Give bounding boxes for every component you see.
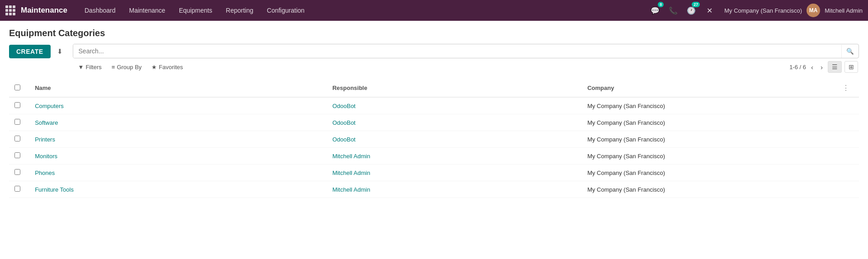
- col-header-responsible[interactable]: Responsible: [327, 79, 582, 97]
- app-switcher-icon[interactable]: [5, 5, 15, 15]
- row-checkbox-cell[interactable]: [9, 148, 29, 165]
- page-title: Equipment Categories: [9, 28, 859, 38]
- row-name[interactable]: Phones: [29, 165, 327, 181]
- name-link[interactable]: Furniture Tools: [35, 186, 74, 193]
- row-checkbox-cell[interactable]: [9, 165, 29, 181]
- col-header-name[interactable]: Name: [29, 79, 327, 97]
- row-name[interactable]: Furniture Tools: [29, 181, 327, 198]
- table-row: Furniture Tools Mitchell Admin My Compan…: [9, 181, 859, 198]
- filter-icon: ▼: [78, 64, 84, 71]
- row-more-cell: [837, 148, 859, 165]
- table-row: Computers OdooBot My Company (San Franci…: [9, 97, 859, 114]
- username: Mitchell Admin: [825, 7, 863, 14]
- chat-icon-btn[interactable]: 💬 8: [648, 4, 662, 17]
- row-company: My Company (San Francisco): [582, 148, 837, 165]
- table-row: Phones Mitchell Admin My Company (San Fr…: [9, 165, 859, 181]
- download-button[interactable]: ⬇: [54, 46, 66, 57]
- row-more-cell: [837, 165, 859, 181]
- row-checkbox[interactable]: [14, 152, 20, 158]
- row-checkbox-cell[interactable]: [9, 97, 29, 114]
- col-header-more[interactable]: ⋮: [837, 79, 859, 97]
- row-name[interactable]: Software: [29, 114, 327, 131]
- name-link[interactable]: Printers: [35, 136, 55, 143]
- star-icon: ★: [151, 64, 157, 71]
- brand-title: Maintenance: [21, 6, 67, 15]
- row-name[interactable]: Printers: [29, 131, 327, 148]
- row-checkbox[interactable]: [14, 119, 20, 125]
- groupby-icon: ≡: [112, 64, 115, 71]
- responsible-link[interactable]: Mitchell Admin: [332, 186, 370, 193]
- row-checkbox-cell[interactable]: [9, 131, 29, 148]
- select-all-checkbox[interactable]: [14, 85, 20, 90]
- row-responsible[interactable]: OdooBot: [327, 131, 582, 148]
- name-link[interactable]: Software: [35, 119, 58, 126]
- filters-toolbar: ▼ Filters ≡ Group By ★ Favorites 1-6 / 6…: [73, 58, 859, 75]
- clock-icon-btn[interactable]: 🕐 27: [684, 4, 698, 17]
- filter-buttons-group: ▼ Filters ≡ Group By ★ Favorites: [74, 62, 188, 72]
- row-more-cell: [837, 181, 859, 198]
- nav-reporting[interactable]: Reporting: [220, 4, 260, 17]
- avatar[interactable]: MA: [807, 4, 820, 17]
- row-company: My Company (San Francisco): [582, 97, 837, 114]
- select-all-header[interactable]: [9, 79, 29, 97]
- responsible-link[interactable]: OdooBot: [332, 136, 355, 143]
- group-by-button[interactable]: ≡ Group By: [107, 62, 146, 72]
- row-checkbox[interactable]: [14, 136, 20, 141]
- responsible-link[interactable]: Mitchell Admin: [332, 170, 370, 176]
- name-link[interactable]: Monitors: [35, 153, 57, 160]
- row-checkbox-cell[interactable]: [9, 181, 29, 198]
- filters-label: Filters: [85, 64, 101, 71]
- equipment-categories-table: Name Responsible Company ⋮ Computers Odo…: [9, 79, 859, 198]
- pagination-info: 1-6 / 6: [789, 64, 806, 71]
- list-view-button[interactable]: ☰: [828, 61, 842, 73]
- name-link[interactable]: Phones: [35, 170, 55, 176]
- row-name[interactable]: Monitors: [29, 148, 327, 165]
- row-responsible[interactable]: OdooBot: [327, 97, 582, 114]
- pagination-next-button[interactable]: ›: [818, 62, 825, 72]
- col-header-company[interactable]: Company: [582, 79, 837, 97]
- row-more-cell: [837, 131, 859, 148]
- responsible-link[interactable]: Mitchell Admin: [332, 153, 370, 160]
- responsible-link[interactable]: OdooBot: [332, 103, 355, 109]
- row-more-cell: [837, 114, 859, 131]
- grid-view-button[interactable]: ⊞: [844, 61, 858, 73]
- view-controls: 1-6 / 6 ‹ › ☰ ⊞: [789, 61, 858, 73]
- search-submit-button[interactable]: 🔍: [841, 45, 859, 58]
- favorites-label: Favorites: [159, 64, 183, 71]
- row-checkbox[interactable]: [14, 102, 20, 108]
- row-checkbox[interactable]: [14, 169, 20, 175]
- table-row: Printers OdooBot My Company (San Francis…: [9, 131, 859, 148]
- pagination-prev-button[interactable]: ‹: [809, 62, 816, 72]
- column-options-button[interactable]: ⋮: [842, 84, 849, 92]
- table-header-row: Name Responsible Company ⋮: [9, 79, 859, 97]
- row-responsible[interactable]: Mitchell Admin: [327, 148, 582, 165]
- company-name: My Company (San Francisco): [724, 7, 802, 14]
- row-company: My Company (San Francisco): [582, 165, 837, 181]
- row-responsible[interactable]: OdooBot: [327, 114, 582, 131]
- search-bar: 🔍: [73, 44, 859, 58]
- row-responsible[interactable]: Mitchell Admin: [327, 181, 582, 198]
- create-button[interactable]: CREATE: [9, 45, 51, 58]
- name-link[interactable]: Computers: [35, 103, 64, 109]
- chat-badge: 8: [658, 2, 664, 7]
- phone-icon-btn[interactable]: 📞: [666, 4, 680, 17]
- row-checkbox-cell[interactable]: [9, 114, 29, 131]
- table-row: Monitors Mitchell Admin My Company (San …: [9, 148, 859, 165]
- nav-maintenance[interactable]: Maintenance: [123, 4, 171, 17]
- nav-equipments[interactable]: Equipments: [173, 4, 219, 17]
- row-responsible[interactable]: Mitchell Admin: [327, 165, 582, 181]
- table-row: Software OdooBot My Company (San Francis…: [9, 114, 859, 131]
- close-icon-btn[interactable]: ✕: [703, 4, 716, 17]
- row-name[interactable]: Computers: [29, 97, 327, 114]
- search-input[interactable]: [73, 44, 841, 58]
- page-content: Equipment Categories CREATE ⬇ 🔍 ▼ Filter…: [0, 21, 868, 205]
- favorites-button[interactable]: ★ Favorites: [147, 62, 187, 72]
- responsible-link[interactable]: OdooBot: [332, 119, 355, 126]
- row-company: My Company (San Francisco): [582, 181, 837, 198]
- clock-badge: 27: [692, 2, 700, 7]
- topnav-actions: 💬 8 📞 🕐 27 ✕ My Company (San Francisco) …: [648, 4, 863, 17]
- row-checkbox[interactable]: [14, 186, 20, 192]
- nav-configuration[interactable]: Configuration: [260, 4, 311, 17]
- filters-button[interactable]: ▼ Filters: [74, 62, 106, 72]
- nav-dashboard[interactable]: Dashboard: [78, 4, 122, 17]
